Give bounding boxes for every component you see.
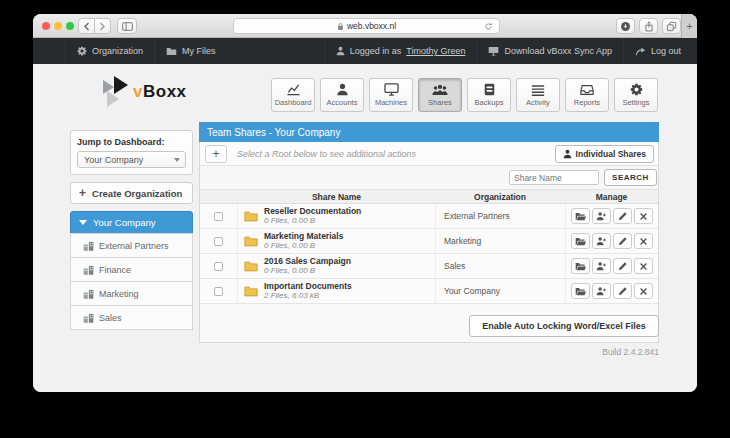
user-name-link[interactable]: Timothy Green — [406, 46, 465, 56]
delete-share-button[interactable] — [634, 208, 653, 224]
menu-organization[interactable]: Organization — [65, 38, 154, 64]
edit-share-button[interactable] — [613, 208, 632, 224]
edit-share-button[interactable] — [613, 233, 632, 249]
dashboard-select-value: Your Company — [84, 155, 143, 165]
address-bar[interactable]: web.vboxx.nl — [233, 18, 500, 34]
menu-my-files[interactable]: My Files — [154, 38, 227, 64]
sidebar-item-external-partners[interactable]: External Partners — [70, 233, 193, 258]
tab-settings[interactable]: Settings — [614, 78, 658, 112]
logged-in-user[interactable]: Logged in as Timothy Green — [324, 38, 477, 64]
share-name[interactable]: Marketing Materials — [264, 231, 343, 242]
edit-share-button[interactable] — [613, 283, 632, 299]
share-button[interactable] — [639, 18, 658, 34]
share-name[interactable]: Reseller Documentation — [264, 206, 361, 217]
enable-autolock-button[interactable]: Enable Auto Locking Word/Excel Files — [469, 315, 659, 337]
zoom-window-button[interactable] — [66, 22, 74, 30]
share-users-button[interactable] — [592, 258, 611, 274]
pencil-icon — [618, 236, 628, 246]
vboxx-logo: vBoxx — [103, 76, 213, 108]
new-tab-button[interactable]: + — [681, 14, 697, 38]
sidebar-item-your-company[interactable]: Your Company — [70, 211, 193, 234]
forward-button[interactable] — [94, 18, 111, 34]
tab-machines-label: Machines — [375, 98, 407, 107]
user-plus-icon — [596, 211, 607, 221]
share-name[interactable]: 2016 Sales Campaign — [264, 256, 351, 267]
sidebar-item-marketing[interactable]: Marketing — [70, 281, 193, 306]
share-users-button[interactable] — [592, 283, 611, 299]
browser-window: web.vboxx.nl + Organization My Files — [33, 14, 697, 392]
download-sync-app[interactable]: Download vBoxx Sync App — [476, 38, 623, 64]
tab-reports[interactable]: Reports — [565, 78, 609, 112]
add-share-button[interactable]: + — [205, 145, 227, 163]
share-meta: 0 Files, 0.00 B — [264, 266, 351, 276]
plus-icon: + — [212, 147, 219, 161]
individual-shares-button[interactable]: Individual Shares — [555, 145, 654, 163]
menu-my-files-label: My Files — [182, 46, 216, 56]
logout-arrow-icon — [635, 47, 646, 56]
plus-icon: + — [79, 187, 86, 199]
folder-icon — [244, 261, 258, 272]
browse-share-button[interactable] — [571, 283, 590, 299]
pencil-icon — [618, 211, 628, 221]
tab-dashboard[interactable]: Dashboard — [271, 78, 315, 112]
log-out-label: Log out — [651, 46, 681, 56]
x-icon — [639, 287, 648, 296]
share-name[interactable]: Important Documents — [264, 281, 352, 292]
browse-share-button[interactable] — [571, 208, 590, 224]
search-input[interactable] — [509, 170, 599, 185]
edit-share-button[interactable] — [613, 258, 632, 274]
sub-org-label: External Partners — [99, 241, 169, 251]
tabs-icon — [666, 21, 677, 32]
archive-box-icon — [483, 83, 496, 96]
log-out[interactable]: Log out — [623, 38, 697, 64]
show-tabs-button[interactable] — [662, 18, 681, 34]
build-version: Build 2.4.2.841 — [199, 347, 659, 357]
tab-machines[interactable]: Machines — [369, 78, 413, 112]
downloads-button[interactable] — [616, 18, 635, 34]
browse-share-button[interactable] — [571, 233, 590, 249]
delete-share-button[interactable] — [634, 283, 653, 299]
delete-share-button[interactable] — [634, 233, 653, 249]
row-checkbox[interactable] — [214, 212, 223, 221]
tab-backups-label: Backups — [475, 98, 504, 107]
tab-backups[interactable]: Backups — [467, 78, 511, 112]
toolbar-hint: Select a Root below to see additional ac… — [237, 149, 416, 159]
minimize-window-button[interactable] — [54, 22, 62, 30]
chevron-down-icon — [174, 158, 180, 162]
tab-activity[interactable]: Activity — [516, 78, 560, 112]
reload-icon[interactable] — [484, 22, 493, 31]
sidebar-item-finance[interactable]: Finance — [70, 257, 193, 282]
dashboard-select[interactable]: Your Company — [77, 151, 186, 168]
building-icon — [83, 241, 94, 251]
close-window-button[interactable] — [42, 22, 50, 30]
delete-share-button[interactable] — [634, 258, 653, 274]
activity-lines-icon — [531, 84, 545, 96]
tab-accounts[interactable]: Accounts — [320, 78, 364, 112]
sidebar-toggle-button[interactable] — [117, 18, 137, 34]
app-top-bar: Organization My Files Logged in as Timot… — [33, 38, 697, 64]
create-organization-button[interactable]: + Create Organization — [70, 182, 193, 204]
share-users-button[interactable] — [592, 208, 611, 224]
user-icon — [336, 46, 345, 56]
panel-header: Team Shares - Your Company — [199, 122, 659, 142]
logged-in-prefix: Logged in as — [350, 46, 402, 56]
share-users-button[interactable] — [592, 233, 611, 249]
back-button[interactable] — [78, 18, 95, 34]
people-group-icon — [432, 84, 448, 96]
person-icon — [336, 83, 349, 96]
browse-share-button[interactable] — [571, 258, 590, 274]
row-checkbox[interactable] — [214, 262, 223, 271]
sidebar-item-sales[interactable]: Sales — [70, 305, 193, 330]
app-body: vBoxx Dashboard Accounts Machines Shares — [33, 64, 697, 392]
row-checkbox[interactable] — [214, 287, 223, 296]
table-header: Share Name Organization Manage — [200, 190, 658, 204]
search-button[interactable]: SEARCH — [604, 169, 657, 186]
tab-shares[interactable]: Shares — [418, 78, 462, 112]
menu-organization-label: Organization — [92, 46, 143, 56]
share-org: Sales — [435, 254, 565, 278]
individual-shares-label: Individual Shares — [576, 149, 646, 159]
lock-icon — [337, 22, 344, 31]
row-checkbox[interactable] — [214, 237, 223, 246]
table-row: Important Documents 2 Files, 6.03 kB You… — [200, 279, 658, 304]
browser-toolbar: web.vboxx.nl + — [33, 14, 697, 38]
